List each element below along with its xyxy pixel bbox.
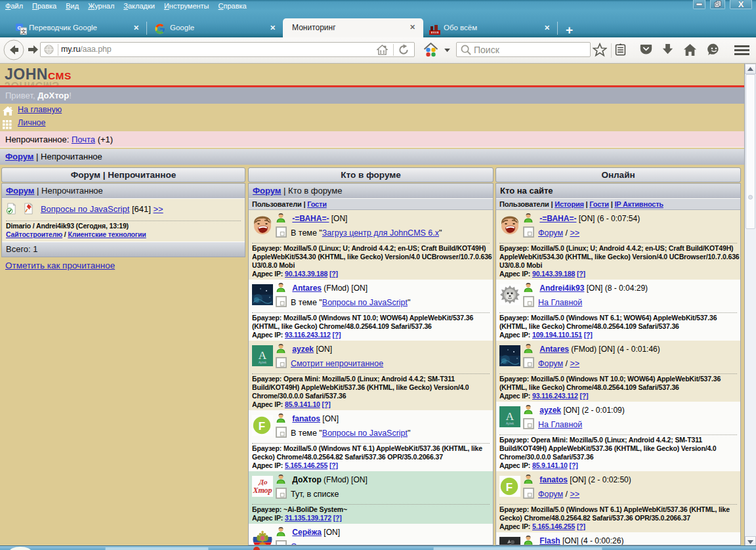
svg-text:X: X	[738, 0, 744, 8]
svg-text:Ayzek: Ayzek	[259, 361, 267, 364]
svg-text:A: A	[259, 349, 267, 362]
svg-text:F: F	[259, 420, 265, 433]
svg-text:A: A	[506, 410, 514, 423]
svg-text:文: 文	[21, 28, 27, 35]
svg-text:Хтор: Хтор	[252, 486, 272, 495]
svg-text:БМВ: БМВ	[432, 31, 438, 34]
svg-text:F: F	[506, 481, 513, 494]
svg-text:До: До	[258, 478, 268, 486]
svg-text:Ayzek: Ayzek	[506, 422, 514, 425]
